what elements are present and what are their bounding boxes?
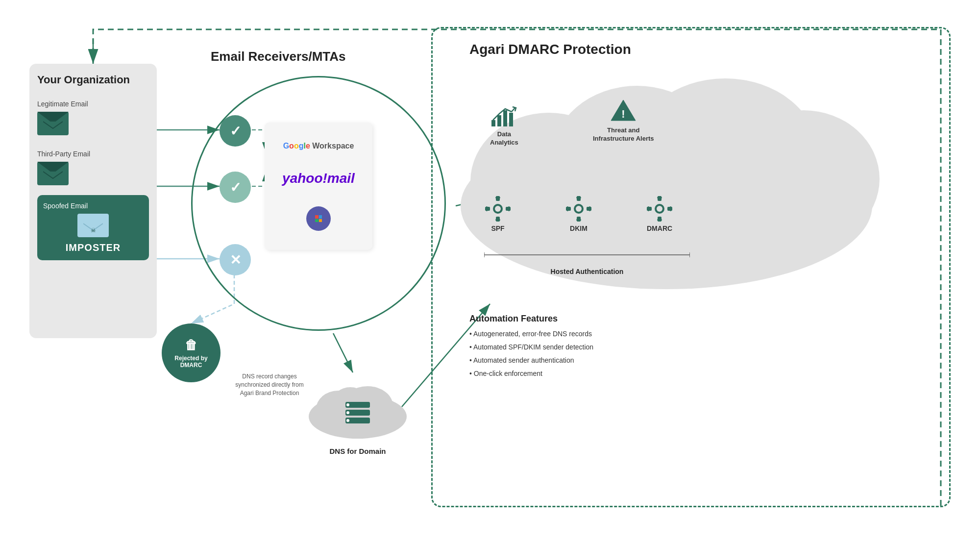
- rejected-line1: Rejected by: [174, 355, 207, 362]
- yahoo-mail-label: yahoo!mail: [282, 171, 355, 186]
- dmarc-label: DMARC: [647, 224, 672, 232]
- mta-card: Google Workspace yahoo!mail: [265, 123, 372, 250]
- google-workspace-entry: Google Workspace: [283, 142, 354, 150]
- svg-point-23: [346, 419, 349, 422]
- check-icon-dark: ✓: [230, 123, 241, 139]
- hosted-auth-label: Hosted Authentication: [484, 268, 690, 275]
- threat-icon: !: [610, 98, 637, 124]
- threat-alerts-area: ! Threat andInfrastructure Alerts: [593, 98, 654, 143]
- svg-rect-32: [509, 113, 513, 126]
- hosted-auth-area: Hosted Authentication: [484, 250, 690, 275]
- check-icon-light: ✓: [230, 179, 241, 196]
- automation-item-2: • Automated SPF/DKIM sender detection: [469, 342, 891, 352]
- data-analytics-label: DataAnalytics: [490, 130, 518, 147]
- org-box: Your Organization Legitimate Email Third…: [29, 64, 157, 338]
- third-party-email-label: Third-Party Email: [37, 150, 90, 158]
- automation-item-3: • Automated sender authentication: [469, 355, 891, 366]
- trash-icon: 🗑: [185, 338, 197, 353]
- spf-gear-icon: [485, 196, 511, 222]
- legitimate-email-label: Legitimate Email: [37, 100, 88, 108]
- diagram-container: Your Organization Legitimate Email Third…: [0, 0, 980, 545]
- automation-title: Automation Features: [469, 314, 891, 324]
- dns-note: DNS record changes synchronized directly…: [230, 372, 309, 397]
- legitimate-email-row: Legitimate Email: [37, 100, 149, 135]
- spoofed-label: Spoofed Email: [43, 202, 143, 210]
- dns-cloud-container: DNS for Domain: [304, 372, 412, 455]
- svg-text:☠: ☠: [91, 227, 96, 234]
- data-analytics-area: DataAnalytics: [490, 103, 518, 147]
- imposter-label: IMPOSTER: [43, 242, 143, 253]
- cross-icon: ✕: [230, 252, 241, 268]
- third-party-check-circle: ✓: [220, 172, 251, 203]
- dkim-area: DKIM: [566, 196, 591, 232]
- org-title: Your Organization: [37, 74, 149, 86]
- ms-icon: [306, 206, 331, 231]
- spoofed-cross-circle: ✕: [220, 244, 251, 275]
- svg-rect-30: [497, 115, 501, 126]
- legitimate-check-circle: ✓: [220, 115, 251, 147]
- svg-rect-29: [491, 120, 495, 126]
- dmarc-area: DMARC: [647, 196, 672, 232]
- spf-area: SPF: [485, 196, 511, 232]
- analytics-icon: [490, 103, 517, 127]
- google-workspace-label: Google Workspace: [283, 142, 354, 150]
- svg-point-21: [346, 411, 349, 414]
- dns-cloud-svg: [304, 372, 412, 441]
- receivers-title: Email Receivers/MTAs: [211, 49, 346, 64]
- svg-text:!: !: [621, 108, 625, 120]
- legitimate-envelope-icon: [37, 112, 69, 135]
- automation-item-1: • Autogenerated, error-free DNS records: [469, 329, 891, 339]
- rejected-circle: 🗑 Rejected by DMARC: [162, 323, 220, 382]
- svg-point-46: [576, 206, 582, 212]
- svg-point-56: [657, 206, 662, 212]
- spoofed-envelope-icon: ☠: [77, 214, 109, 237]
- automation-section: Automation Features • Autogenerated, err…: [469, 314, 891, 382]
- dmarc-gear-icon: [647, 196, 672, 222]
- svg-point-28: [728, 110, 880, 248]
- dkim-label: DKIM: [570, 224, 588, 232]
- spoofed-section: Spoofed Email ☠ IMPOSTER: [37, 195, 149, 260]
- automation-item-4: • One-click enforcement: [469, 369, 891, 379]
- yahoo-mail-entry: yahoo!mail: [282, 171, 355, 186]
- svg-rect-31: [503, 110, 507, 126]
- agari-title: Agari DMARC Protection: [469, 42, 631, 57]
- dns-note-text: DNS record changes synchronized directly…: [235, 373, 303, 396]
- dns-cloud-label: DNS for Domain: [304, 447, 412, 455]
- rejected-line2: DMARC: [180, 362, 202, 369]
- spf-label: SPF: [491, 224, 504, 232]
- third-party-envelope-icon: [37, 162, 69, 185]
- threat-alerts-label: Threat andInfrastructure Alerts: [593, 126, 654, 143]
- third-party-email-row: Third-Party Email: [37, 150, 149, 185]
- hosted-auth-bracket: [484, 250, 690, 265]
- svg-point-19: [346, 403, 349, 406]
- svg-point-36: [495, 206, 501, 212]
- dkim-gear-icon: [566, 196, 591, 222]
